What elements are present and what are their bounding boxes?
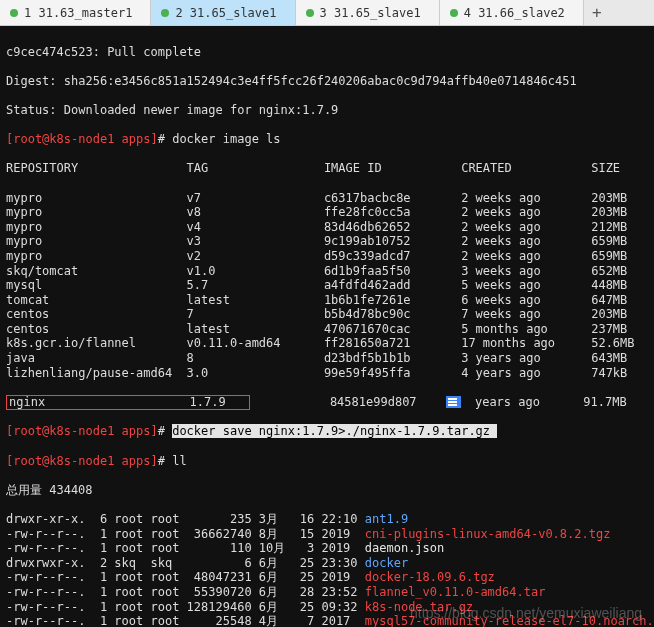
image-row: skq/tomcat v1.0 6d1b9faa5f50 3 weeks ago… (6, 264, 648, 279)
tab-label: 4 31.66_slave2 (464, 6, 565, 20)
ls-row: -rw-r--r--. 1 root root 55390720 6月 28 2… (6, 585, 648, 600)
tab-bar: 1 31.63_master1 2 31.65_slave1 3 31.65_s… (0, 0, 654, 26)
status-dot-icon (450, 9, 458, 17)
image-row: java 8 d23bdf5b1b1b 3 years ago 643MB (6, 351, 648, 366)
digest-line: Digest: sha256:e3456c851a152494c3e4ff5fc… (6, 74, 648, 89)
tab-slave1-a[interactable]: 2 31.65_slave1 (151, 0, 295, 25)
image-row: lizhenliang/pause-amd64 3.0 99e59f495ffa… (6, 366, 648, 381)
ls-row: -rw-r--r--. 1 root root 36662740 8月 15 2… (6, 527, 648, 542)
image-row: mypro v4 83d46db62652 2 weeks ago 212MB (6, 220, 648, 235)
tab-master1[interactable]: 1 31.63_master1 (0, 0, 151, 25)
tab-slave1-b[interactable]: 3 31.65_slave1 (296, 0, 440, 25)
tab-slave2[interactable]: 4 31.66_slave2 (440, 0, 584, 25)
status-dot-icon (306, 9, 314, 17)
ls-row: drwxrwxr-x. 2 skq skq 6 6月 25 23:30 dock… (6, 556, 648, 571)
image-row: tomcat latest 1b6b1fe7261e 6 weeks ago 6… (6, 293, 648, 308)
image-row: centos 7 b5b4d78bc90c 7 weeks ago 203MB (6, 307, 648, 322)
image-row: k8s.gcr.io/flannel v0.11.0-amd64 ff28165… (6, 336, 648, 351)
tab-label: 3 31.65_slave1 (320, 6, 421, 20)
ls-row: -rw-r--r--. 1 root root 48047231 6月 25 2… (6, 570, 648, 585)
tab-label: 1 31.63_master1 (24, 6, 132, 20)
image-highlight-row: nginx 1.7.9 84581e99d807 years ago 91.7M… (6, 395, 648, 410)
terminal-output[interactable]: c9cec474c523: Pull complete Digest: sha2… (0, 26, 654, 627)
prompt-docker-save: [root@k8s-node1 apps]# docker save nginx… (6, 424, 648, 439)
add-tab-button[interactable]: + (584, 0, 610, 25)
prompt-image-ls: [root@k8s-node1 apps]# docker image ls (6, 132, 648, 147)
image-header: REPOSITORY TAG IMAGE ID CREATED SIZE (6, 161, 648, 176)
ls-row: drwxr-xr-x. 6 root root 235 3月 16 22:10 … (6, 512, 648, 527)
status-line: Status: Downloaded newer image for nginx… (6, 103, 648, 118)
pull-complete-line: c9cec474c523: Pull complete (6, 45, 648, 60)
status-dot-icon (10, 9, 18, 17)
selection-icon (446, 396, 461, 408)
image-row: mypro v2 d59c339adcd7 2 weeks ago 659MB (6, 249, 648, 264)
total-line: 总用量 434408 (6, 483, 648, 498)
image-row: centos latest 470671670cac 5 months ago … (6, 322, 648, 337)
image-row: mypro v8 ffe28fc0cc5a 2 weeks ago 203MB (6, 205, 648, 220)
image-rows: mypro v7 c6317bacbc8e 2 weeks ago 203MBm… (6, 191, 648, 381)
tab-label: 2 31.65_slave1 (175, 6, 276, 20)
prompt-ll: [root@k8s-node1 apps]# ll (6, 454, 648, 469)
ls-row: -rw-r--r--. 1 root root 110 10月 3 2019 d… (6, 541, 648, 556)
image-row: mypro v7 c6317bacbc8e 2 weeks ago 203MB (6, 191, 648, 206)
watermark: https://blog.csdn.net/yemuxiaweiliang (410, 606, 642, 621)
image-row: mypro v3 9c199ab10752 2 weeks ago 659MB (6, 234, 648, 249)
status-dot-icon (161, 9, 169, 17)
image-row: mysql 5.7 a4fdfd462add 5 weeks ago 448MB (6, 278, 648, 293)
